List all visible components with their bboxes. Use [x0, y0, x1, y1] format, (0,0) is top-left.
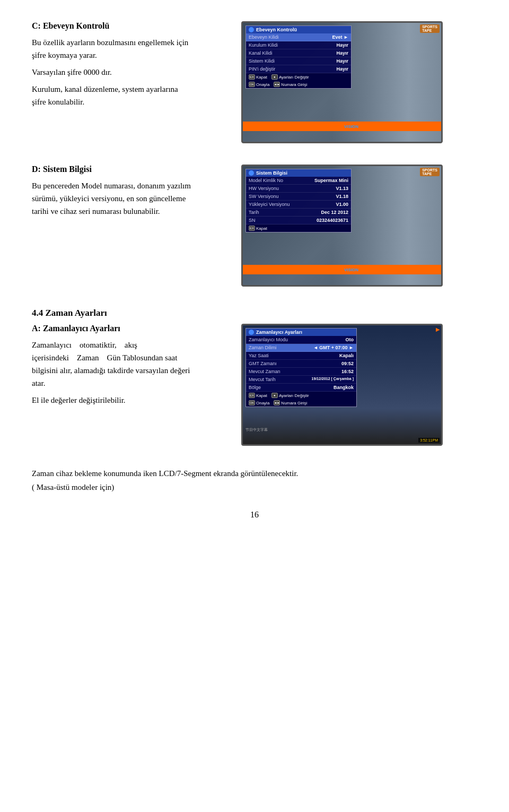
osd-title-4a: Zamanlayıcı Ayarları [246, 329, 356, 336]
section-d-body: Bu pencereden Model numarası, donanım ya… [32, 179, 191, 218]
osd-d-row-2: SW Versiyonu V1.18 [246, 193, 351, 201]
osd-title-d: Sistem Bilgisi [246, 169, 351, 177]
osd-row-0: Ebeveyn Kilidi Evet ► [246, 33, 351, 41]
tv-screen-d-inner: SPORTSTAPE Sistem Bilgisi Model Kimlik N… [243, 166, 441, 285]
osd-row-1: Kurulum Kilidi Hayır [246, 41, 351, 49]
osd-row-3: Sistem Kilidi Hayır [246, 57, 351, 65]
osd-d-row-1: HW Versiyonu V1.13 [246, 185, 351, 193]
tv-screen-4a: BTV ▶ Zamanlayıcı Ayarları Zamanlayıcı M… [241, 324, 443, 446]
section-4a-body1: Zamanlayıcı otomatiktir, akış içerisinde… [32, 339, 191, 407]
osd-btn-kapat: EX Kapat [249, 74, 267, 80]
osd-menu-c: Ebeveyn Kontrolü Ebeveyn Kilidi Evet ► K… [245, 25, 352, 89]
tv-screen-4a-inner: BTV ▶ Zamanlayıcı Ayarları Zamanlayıcı M… [243, 325, 441, 444]
section-c-image: SPORTSTAPE Ebeveyn Kontrolü Ebeveyn Kili… [207, 21, 477, 143]
bottom-notes: Zaman cihaz bekleme konumunda iken LCD/7… [32, 467, 477, 494]
osd-btn-ayar-4a: ● Ayarları Değiştir [271, 393, 309, 398]
osd-btn-kapat-4a: EX Kapat [249, 393, 267, 398]
osd-d-row-0: Model Kimlik No Supermax Mini [246, 177, 351, 185]
section-c: C: Ebeveyn Kontrolü Bu özellik ayarların… [32, 21, 477, 143]
bottom-line2: ( Masa-üstü modeler için) [32, 481, 477, 495]
osd-btn-numara-4a: ◄► Numara Girişi [274, 400, 307, 405]
section-4-number: 4.4 Zaman Ayarları [32, 308, 477, 318]
section-4a-text: A: Zamanlayıcı Ayarları Zamanlayıcı otom… [32, 324, 191, 407]
osd-4a-row-3: GMT Zamanı 09:52 [246, 360, 356, 368]
osd-4a-row-0: Zamanlayıcı Modu Oto [246, 336, 356, 344]
time-display: 3:52:11PM [418, 438, 440, 443]
osd-d-row-5: SN 023244023671 [246, 217, 351, 224]
section-d-image: SPORTSTAPE Sistem Bilgisi Model Kimlik N… [207, 165, 477, 287]
osd-btn-onayla: OK Onayla [249, 82, 269, 87]
section-c-text: C: Ebeveyn Kontrolü Bu özellik ayarların… [32, 21, 191, 108]
osd-d-row-4: Tarih Dec 12 2012 [246, 209, 351, 217]
sports-tape-logo-d: SPORTSTAPE [420, 168, 440, 176]
osd-4a-row-6: Bölge Bangkok [246, 384, 356, 392]
sports-vision-bar-c: SPORTS VISION [243, 122, 441, 131]
osd-row-2: Kanal Kilidi Hayır [246, 49, 351, 57]
section-d: D: Sistem Bilgisi Bu pencereden Model nu… [32, 165, 477, 287]
osd-title-label-4a: Zamanlayıcı Ayarları [256, 330, 302, 335]
osd-footer-c: EX Kapat ● Ayarları Değiştir [246, 73, 351, 81]
osd-title-icon [249, 27, 254, 32]
section-4a-para2: El ile değerler değiştirilebilir. [32, 394, 191, 407]
osd-menu-d: Sistem Bilgisi Model Kimlik No Supermax … [245, 169, 352, 232]
section-4a-title: A: Zamanlayıcı Ayarları [32, 324, 191, 333]
sports-vision-bar-d: SPORTS VISION [243, 265, 441, 274]
osd-title-label: Ebeveyn Kontrolü [256, 27, 297, 32]
sports-tape-logo: SPORTSTAPE [420, 24, 440, 33]
osd-4a-row-4: Mevcut Zaman 16:52 [246, 368, 356, 376]
section-d-title: D: Sistem Bilgisi [32, 165, 191, 174]
osd-btn-numara: ◄► Numara Girişi [274, 82, 307, 87]
osd-row-4: PIN'i değiştir Hayır [246, 65, 351, 73]
osd-footer-4a: EX Kapat ● Ayarları Değiştir [246, 392, 356, 399]
osd-title-label-d: Sistem Bilgisi [256, 170, 287, 176]
section-4a-para1: Zamanlayıcı otomatiktir, akış içerisinde… [32, 339, 191, 390]
osd-btn-kapat-d: EX Kapat [249, 226, 267, 231]
tv-screen-c: SPORTSTAPE Ebeveyn Kontrolü Ebeveyn Kili… [241, 21, 443, 143]
osd-menu-4a: Zamanlayıcı Ayarları Zamanlayıcı Modu Ot… [245, 328, 357, 407]
osd-title-c: Ebeveyn Kontrolü [246, 26, 351, 33]
osd-btn-onayla-4a: OK Onayla [249, 400, 269, 405]
osd-btn-ayar: ● Ayarları Değiştir [271, 74, 309, 80]
osd-4a-row-1: Zaman Dilimi ◄ GMT + 07:00 ► [246, 344, 356, 352]
section-c-para2: Varsayılan şifre 0000 dır. [32, 66, 191, 79]
osd-title-icon-4a [249, 330, 254, 335]
section-c-para1: Bu özellik ayarların bozulmasını engelle… [32, 36, 191, 62]
osd-d-row-3: Yükleyici Versiyonu V1.00 [246, 201, 351, 209]
section-4a: A: Zamanlayıcı Ayarları Zamanlayıcı otom… [32, 324, 477, 446]
osd-footer-4a2: OK Onayla ◄► Numara Girişi [246, 399, 356, 407]
section-d-text: D: Sistem Bilgisi Bu pencereden Model nu… [32, 165, 191, 218]
tv-screen-c-inner: SPORTSTAPE Ebeveyn Kontrolü Ebeveyn Kili… [243, 23, 441, 142]
osd-4a-row-2: Yaz Saati Kapalı [246, 352, 356, 360]
chinese-characters: 节目中文字幕 [245, 427, 268, 433]
section-c-para3: Kurulum, kanal düzenleme, system ayarlar… [32, 83, 191, 108]
section-c-title: C: Ebeveyn Kontrolü [32, 21, 191, 31]
bottom-line1: Zaman cihaz bekleme konumunda iken LCD/7… [32, 467, 477, 481]
osd-4a-row-5: Mevcut Tarih 19/12/2012 [ Çarşamba ] [246, 376, 356, 384]
section-4: 4.4 Zaman Ayarları A: Zamanlayıcı Ayarla… [32, 308, 477, 446]
osd-footer-c2: OK Onayla ◄► Numara Girişi [246, 81, 351, 88]
osd-title-icon-d [249, 170, 254, 176]
tv-screen-d: SPORTSTAPE Sistem Bilgisi Model Kimlik N… [241, 165, 443, 287]
section-4a-image: BTV ▶ Zamanlayıcı Ayarları Zamanlayıcı M… [207, 324, 477, 446]
osd-footer-d: EX Kapat [246, 224, 351, 232]
channel-logo: ▶ [436, 327, 440, 332]
section-c-body: Bu özellik ayarların bozulmasını engelle… [32, 36, 191, 108]
page-number: 16 [32, 510, 477, 520]
